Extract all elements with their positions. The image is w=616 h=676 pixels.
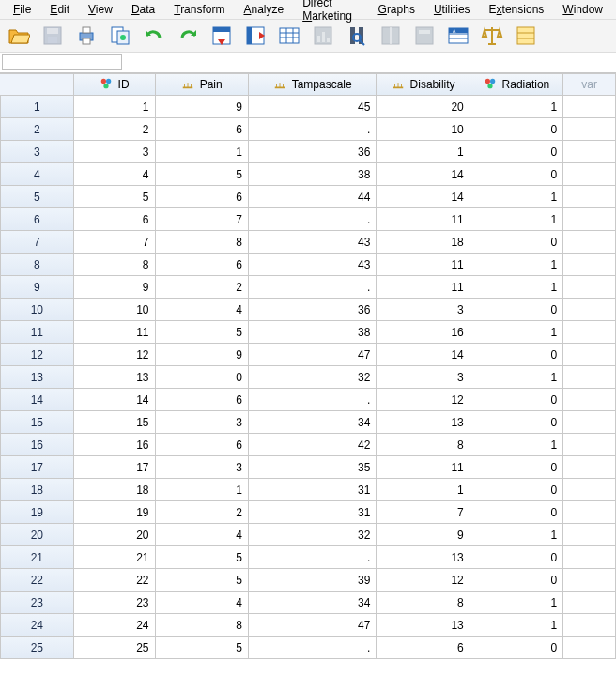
cell-radiation[interactable]: 0 (470, 299, 563, 321)
row-header[interactable]: 3 (0, 141, 74, 163)
cell-pain[interactable]: 6 (156, 254, 249, 276)
cell-empty[interactable] (563, 344, 616, 366)
cell-radiation[interactable]: 0 (470, 546, 563, 569)
cell-tampa[interactable]: . (249, 389, 377, 411)
cell-disability[interactable]: 6 (377, 637, 470, 659)
cell-radiation[interactable]: 0 (470, 118, 563, 141)
column-header-tampa[interactable]: Tampascale (249, 73, 377, 96)
cell-empty[interactable] (563, 186, 616, 208)
cell-id[interactable]: 6 (74, 208, 156, 231)
column-header-radiation[interactable]: Radiation (470, 73, 563, 96)
cell-pain[interactable]: 6 (156, 118, 249, 141)
cell-pain[interactable]: 3 (156, 411, 249, 434)
select-cases-icon[interactable] (411, 23, 438, 49)
cell-disability[interactable]: 8 (377, 592, 470, 614)
cell-id[interactable]: 20 (74, 524, 156, 546)
row-header[interactable]: 18 (0, 479, 74, 501)
row-header[interactable]: 10 (0, 299, 74, 321)
row-header[interactable]: 14 (0, 389, 74, 411)
cell-empty[interactable] (563, 141, 616, 163)
split-file-icon[interactable] (377, 23, 404, 49)
cell-empty[interactable] (563, 456, 616, 479)
column-header-pain[interactable]: Pain (156, 73, 249, 96)
cell-pain[interactable]: 6 (156, 186, 249, 208)
cell-pain[interactable]: 9 (156, 96, 249, 118)
menu-graphs[interactable]: Graphs (369, 1, 424, 18)
cell-pain[interactable]: 5 (156, 569, 249, 592)
cell-id[interactable]: 16 (74, 434, 156, 456)
cell-disability[interactable]: 1 (377, 141, 470, 163)
cell-empty[interactable] (563, 389, 616, 411)
cell-id[interactable]: 4 (74, 163, 156, 186)
cell-radiation[interactable]: 1 (470, 186, 563, 208)
cell-id[interactable]: 10 (74, 299, 156, 321)
menu-transform[interactable]: Transform (164, 1, 234, 18)
cell-id[interactable]: 21 (74, 546, 156, 569)
cell-tampa[interactable]: 32 (249, 524, 377, 546)
cell-pain[interactable]: 4 (156, 592, 249, 614)
cell-radiation[interactable]: 0 (470, 456, 563, 479)
cell-pain[interactable]: 5 (156, 321, 249, 344)
cell-pain[interactable]: 2 (156, 501, 249, 524)
cell-tampa[interactable]: 47 (249, 344, 377, 366)
row-header[interactable]: 25 (0, 637, 74, 659)
weight-cases-icon[interactable] (479, 23, 505, 49)
redo-icon[interactable] (175, 23, 201, 49)
cell-radiation[interactable]: 1 (470, 592, 563, 614)
cell-id[interactable]: 2 (74, 118, 156, 141)
cell-tampa[interactable]: 39 (249, 569, 377, 592)
cell-disability[interactable]: 13 (377, 614, 470, 637)
row-header[interactable]: 5 (0, 186, 74, 208)
cell-empty[interactable] (563, 118, 616, 141)
cell-empty[interactable] (563, 637, 616, 659)
cell-empty[interactable] (563, 592, 616, 614)
row-header[interactable]: 12 (0, 344, 74, 366)
cell-pain[interactable]: 4 (156, 524, 249, 546)
cell-radiation[interactable]: 0 (470, 344, 563, 366)
row-header[interactable]: 20 (0, 524, 74, 546)
cell-tampa[interactable]: 31 (249, 479, 377, 501)
cell-disability[interactable]: 3 (377, 366, 470, 389)
cell-empty[interactable] (563, 163, 616, 186)
column-header-empty[interactable]: var (563, 73, 616, 96)
cell-disability[interactable]: 11 (377, 276, 470, 299)
cell-disability[interactable]: 11 (377, 456, 470, 479)
cell-id[interactable]: 24 (74, 614, 156, 637)
cell-empty[interactable] (563, 479, 616, 501)
cell-pain[interactable]: 6 (156, 389, 249, 411)
row-header[interactable]: 9 (0, 276, 74, 299)
row-header[interactable]: 6 (0, 208, 74, 231)
cell-disability[interactable]: 14 (377, 186, 470, 208)
cell-empty[interactable] (563, 231, 616, 254)
cell-pain[interactable]: 3 (156, 456, 249, 479)
row-header[interactable]: 15 (0, 411, 74, 434)
cell-pain[interactable]: 1 (156, 141, 249, 163)
cell-radiation[interactable]: 1 (470, 276, 563, 299)
cell-pain[interactable]: 1 (156, 479, 249, 501)
find-icon[interactable] (344, 23, 370, 49)
cell-empty[interactable] (563, 299, 616, 321)
cell-disability[interactable]: 16 (377, 321, 470, 344)
row-header[interactable]: 19 (0, 501, 74, 524)
cell-pain[interactable]: 5 (156, 546, 249, 569)
cell-id[interactable]: 9 (74, 276, 156, 299)
cell-radiation[interactable]: 0 (470, 637, 563, 659)
undo-icon[interactable] (141, 23, 167, 49)
cell-id[interactable]: 19 (74, 501, 156, 524)
cell-radiation[interactable]: 1 (470, 321, 563, 344)
cell-pain[interactable]: 4 (156, 299, 249, 321)
cell-tampa[interactable]: 47 (249, 614, 377, 637)
cell-disability[interactable]: 14 (377, 163, 470, 186)
menu-data[interactable]: Data (122, 1, 164, 18)
cell-tampa[interactable]: 43 (249, 254, 377, 276)
cell-tampa[interactable]: 38 (249, 321, 377, 344)
cell-radiation[interactable]: 1 (470, 96, 563, 118)
cell-radiation[interactable]: 1 (470, 524, 563, 546)
cell-disability[interactable]: 11 (377, 208, 470, 231)
menu-file[interactable]: File (4, 1, 40, 18)
row-header[interactable]: 7 (0, 231, 74, 254)
menu-edit[interactable]: Edit (40, 1, 79, 18)
cell-tampa[interactable]: 34 (249, 411, 377, 434)
cell-empty[interactable] (563, 254, 616, 276)
cell-pain[interactable]: 2 (156, 276, 249, 299)
